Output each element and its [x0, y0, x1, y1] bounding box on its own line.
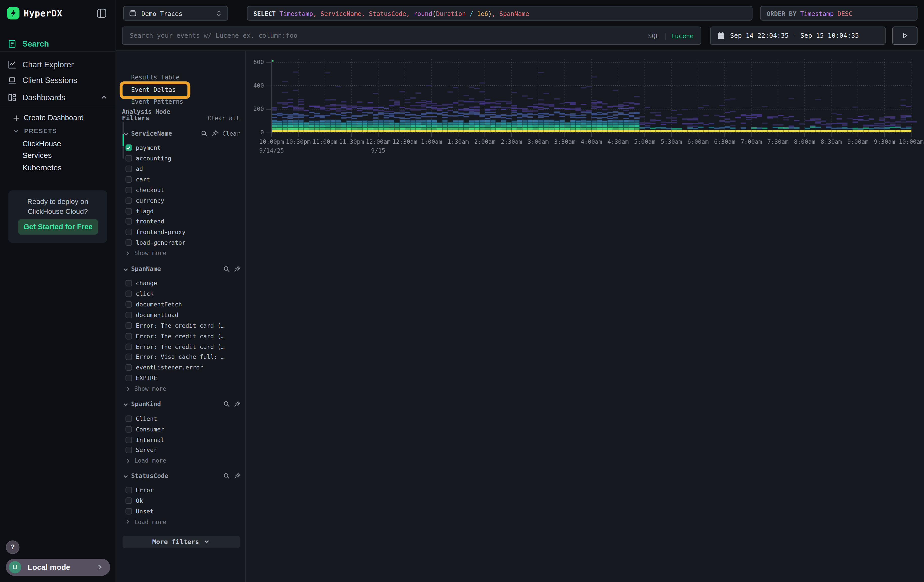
filter-option-row[interactable]: checkout	[116, 185, 246, 195]
filter-option-row[interactable]: cart	[116, 174, 246, 185]
chevron-down-icon[interactable]	[123, 402, 129, 407]
show-more-button[interactable]: Show more	[116, 384, 246, 394]
filter-option-row[interactable]: accounting	[116, 153, 246, 164]
filter-option-row[interactable]: ad	[116, 164, 246, 174]
pin-icon[interactable]	[234, 401, 240, 407]
chevron-down-icon[interactable]	[123, 131, 129, 137]
lang-toggle-sql[interactable]: SQL	[648, 32, 659, 39]
filter-checkbox[interactable]	[125, 333, 132, 339]
chevron-up-icon[interactable]	[101, 94, 107, 101]
filter-checkbox[interactable]	[125, 508, 132, 514]
order-by-input[interactable]: ORDER BY Timestamp DESC	[760, 6, 918, 20]
chevron-down-icon[interactable]	[123, 474, 129, 479]
filter-checkbox[interactable]	[125, 354, 132, 361]
filter-checkbox[interactable]	[125, 145, 132, 151]
filter-option-row[interactable]: Unset	[116, 506, 246, 516]
filter-checkbox[interactable]	[125, 301, 132, 308]
clear-group-button[interactable]: Clear	[223, 130, 240, 137]
sidebar-item-chart-explorer[interactable]: Chart Explorer	[0, 57, 116, 72]
show-more-button[interactable]: Show more	[116, 248, 246, 258]
load-more-button[interactable]: Load more	[116, 516, 246, 527]
filter-option-row[interactable]: Error: The credit card (…	[116, 331, 246, 341]
filter-group-title[interactable]: ServiceName	[131, 130, 172, 137]
sql-select-input[interactable]: SELECT Timestamp, ServiceName, StatusCod…	[247, 6, 752, 20]
filter-group-title[interactable]: StatusCode	[131, 472, 168, 479]
filter-checkbox[interactable]	[125, 166, 132, 172]
search-icon[interactable]	[223, 401, 230, 407]
data-source-select[interactable]: Demo Traces	[123, 6, 228, 20]
analysis-mode-results-table[interactable]: Results Table	[131, 71, 190, 84]
sidebar-item-services[interactable]: Services	[23, 151, 52, 160]
sidebar-item-dashboards[interactable]: Dashboards	[0, 90, 116, 105]
sidebar-item-search[interactable]: Search	[0, 36, 116, 51]
lang-toggle-lucene[interactable]: Lucene	[671, 32, 693, 39]
filter-option-row[interactable]: Error: The credit card (…	[116, 320, 246, 331]
search-icon[interactable]	[223, 472, 230, 479]
filter-checkbox[interactable]	[125, 322, 132, 329]
more-filters-button[interactable]: More filters	[122, 536, 239, 548]
filter-option-row[interactable]: Client	[116, 413, 246, 424]
sidebar-item-client-sessions[interactable]: Client Sessions	[0, 73, 116, 88]
filter-checkbox[interactable]	[125, 487, 132, 493]
filter-checkbox[interactable]	[125, 312, 132, 318]
filter-option-row[interactable]: frontend	[116, 216, 246, 227]
search-icon[interactable]	[223, 266, 230, 272]
filter-option-row[interactable]: Consumer	[116, 424, 246, 434]
filter-option-row[interactable]: Error	[116, 485, 246, 495]
create-dashboard-button[interactable]: Create Dashboard	[0, 112, 116, 124]
presets-toggle[interactable]: PRESETS	[0, 125, 116, 136]
filter-option-row[interactable]: flagd	[116, 206, 246, 216]
filter-option-row[interactable]: documentLoad	[116, 310, 246, 320]
get-started-button[interactable]: Get Started for Free	[18, 219, 98, 234]
filter-checkbox[interactable]	[125, 364, 132, 371]
filter-checkbox[interactable]	[125, 280, 132, 287]
filter-option-row[interactable]: eventListener.error	[116, 362, 246, 373]
search-icon[interactable]	[201, 130, 208, 137]
filter-group-title[interactable]: SpanName	[131, 265, 161, 272]
filter-checkbox[interactable]	[125, 239, 132, 246]
clear-all-filters-button[interactable]: Clear all	[208, 115, 239, 122]
pin-icon[interactable]	[234, 472, 240, 479]
filter-checkbox[interactable]	[125, 176, 132, 183]
analysis-mode-event-deltas[interactable]: Event Deltas	[131, 84, 190, 96]
run-query-button[interactable]	[892, 26, 917, 45]
load-more-button[interactable]: Load more	[116, 455, 246, 466]
filter-option-row[interactable]: EXPIRE	[116, 373, 246, 384]
filter-option-row[interactable]: frontend-proxy	[116, 227, 246, 237]
filter-option-row[interactable]: Error: Visa cache full: …	[116, 352, 246, 363]
filter-option-row[interactable]: click	[116, 289, 246, 299]
filter-checkbox[interactable]	[125, 208, 132, 214]
filter-checkbox[interactable]	[125, 415, 132, 422]
filter-option-row[interactable]: Server	[116, 445, 246, 455]
filter-option-row[interactable]: Internal	[116, 434, 246, 445]
help-button[interactable]: ?	[6, 541, 20, 554]
filter-checkbox[interactable]	[125, 447, 132, 453]
chevron-down-icon[interactable]	[123, 267, 129, 272]
filter-checkbox[interactable]	[125, 197, 132, 204]
filter-option-row[interactable]: load-generator	[116, 237, 246, 248]
filter-option-row[interactable]: payment	[116, 142, 246, 153]
filter-checkbox[interactable]	[125, 375, 132, 382]
lucene-search-input[interactable]: Search your events w/ Lucene ex. column:…	[122, 26, 701, 45]
filter-checkbox[interactable]	[125, 155, 132, 162]
filter-checkbox[interactable]	[125, 218, 132, 225]
filter-option-row[interactable]: Error: The credit card (…	[116, 341, 246, 352]
duration-heatmap-canvas[interactable]	[246, 51, 924, 204]
filter-checkbox[interactable]	[125, 291, 132, 297]
filter-group-title[interactable]: SpanKind	[131, 400, 161, 407]
filter-option-row[interactable]: currency	[116, 195, 246, 206]
filter-checkbox[interactable]	[125, 343, 132, 350]
sidebar-item-kubernetes[interactable]: Kubernetes	[23, 163, 62, 172]
pin-icon[interactable]	[212, 130, 218, 137]
pin-icon[interactable]	[234, 266, 240, 272]
filter-checkbox[interactable]	[125, 437, 132, 443]
filter-checkbox[interactable]	[125, 426, 132, 432]
filter-option-row[interactable]: documentFetch	[116, 299, 246, 310]
analysis-mode-event-patterns[interactable]: Event Patterns	[131, 96, 190, 108]
sidebar-item-clickhouse[interactable]: ClickHouse	[23, 139, 61, 148]
filter-checkbox[interactable]	[125, 229, 132, 236]
filter-checkbox[interactable]	[125, 187, 132, 193]
local-mode-button[interactable]: U Local mode	[6, 559, 110, 576]
filter-option-row[interactable]: Ok	[116, 495, 246, 506]
filter-checkbox[interactable]	[125, 498, 132, 504]
